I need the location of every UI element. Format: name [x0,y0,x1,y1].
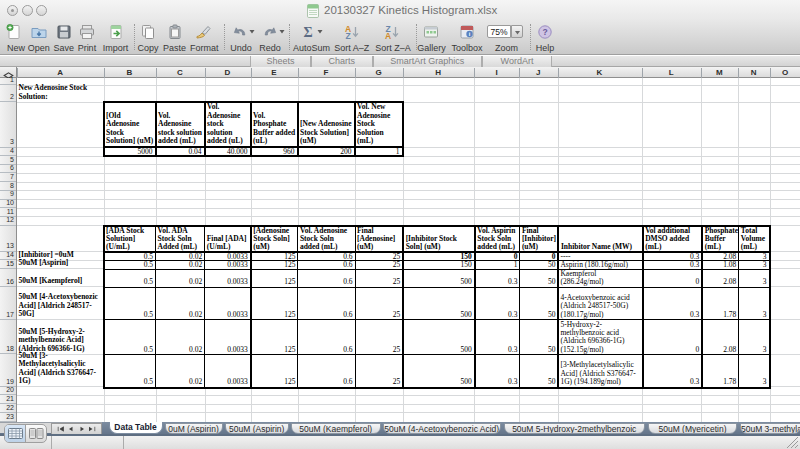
svg-text:Z: Z [345,31,350,41]
svg-text:A: A [385,31,391,41]
svg-text:?: ? [542,27,547,37]
svg-text:Σ: Σ [303,25,312,40]
